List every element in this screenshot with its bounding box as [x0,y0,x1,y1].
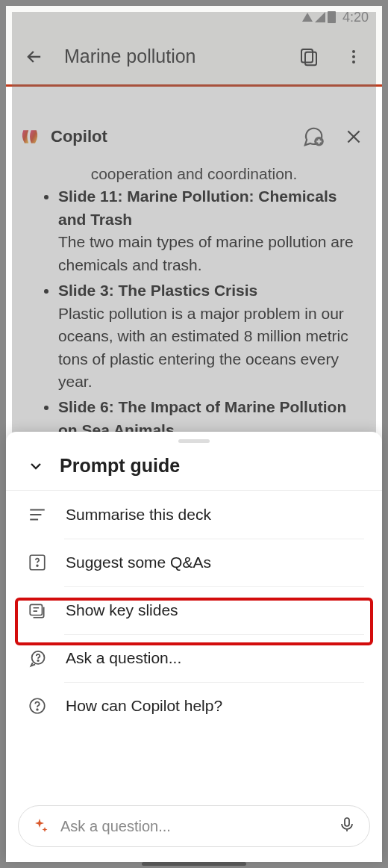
sparkle-icon [32,817,50,835]
document-title: Marine pollution [64,46,279,67]
key-slide-item: Slide 11: Marine Pollution: Chemicals an… [58,185,355,276]
prompt-label: Ask a question... [66,649,181,667]
prompt-label: Show key slides [66,601,178,619]
chevron-down-icon [27,457,45,475]
prompt-label: Summarise this deck [66,506,211,524]
svg-rect-0 [301,49,313,63]
svg-point-11 [37,709,38,710]
svg-rect-8 [30,604,42,615]
help-icon [27,695,48,716]
prompt-summarise-deck[interactable]: Summarise this deck [6,491,382,539]
home-indicator [142,862,246,866]
battery-icon [328,11,336,23]
back-button[interactable] [19,42,49,72]
wifi-icon [302,13,313,22]
sheet-handle[interactable] [178,439,210,443]
key-slides-icon [27,600,48,621]
ask-icon [27,648,48,669]
prompt-show-key-slides[interactable]: Show key slides [6,586,382,634]
qa-icon [27,552,48,573]
key-slide-item: Slide 3: The Plastics Crisis Plastic pol… [58,279,355,393]
svg-point-9 [37,660,39,661]
prompt-suggest-qas[interactable]: Suggest some Q&As [6,539,382,586]
mic-button[interactable] [338,816,356,837]
svg-rect-1 [305,52,316,65]
prompt-label: How can Copilot help? [66,697,222,715]
copilot-response: cooperation and coordination. Slide 11: … [6,163,382,467]
more-menu-button[interactable] [339,42,369,72]
close-button[interactable] [339,122,369,152]
chat-input[interactable] [60,818,328,835]
signal-icon [315,12,325,22]
prompt-ask-question[interactable]: Ask a question... [6,634,382,682]
clock: 4:20 [342,10,369,25]
svg-point-4 [352,61,355,63]
truncated-text: cooperation and coordination. [33,163,355,185]
prompt-how-help[interactable]: How can Copilot help? [6,682,382,730]
sheet-title: Prompt guide [60,455,180,477]
chat-input-bar[interactable] [18,805,370,847]
copilot-header-icon[interactable] [294,42,324,72]
prompt-guide-sheet: Prompt guide Summarise this deck Suggest… [6,432,382,862]
new-chat-button[interactable] [298,122,328,152]
svg-point-2 [352,50,355,53]
summarise-icon [27,504,48,525]
copilot-logo-icon [19,126,40,147]
status-bar: 4:20 [6,6,382,28]
copilot-title: Copilot [51,127,288,146]
sheet-header[interactable]: Prompt guide [6,449,382,490]
prompt-label: Suggest some Q&As [66,554,211,571]
copilot-panel: Copilot cooperation and coordination. Sl… [6,87,382,467]
svg-rect-12 [345,818,349,826]
svg-point-3 [352,55,355,58]
svg-point-7 [37,565,38,566]
app-header: Marine pollution [6,28,382,87]
